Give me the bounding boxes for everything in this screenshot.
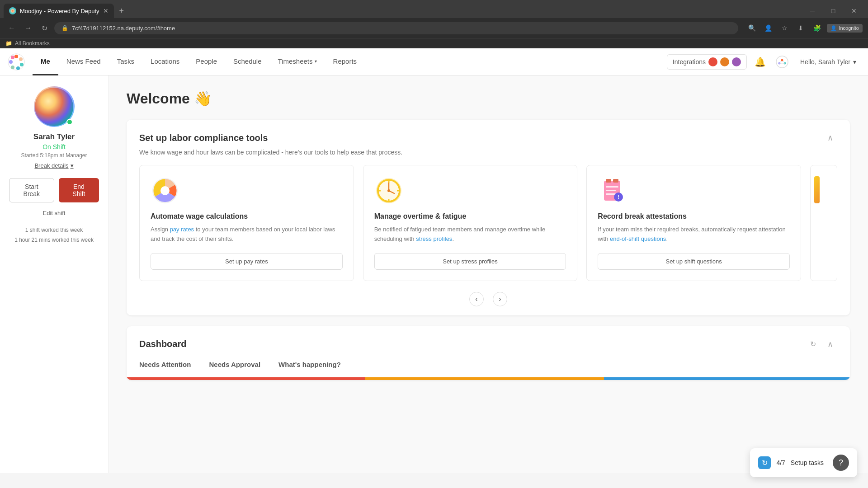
tool-desc-wage: Assign pay rates to your team members ba…: [151, 225, 343, 244]
col-needs-attention: Needs Attention: [139, 361, 191, 368]
setup-tasks-widget[interactable]: ↻ 4/7 Setup tasks ?: [750, 448, 857, 477]
incognito-badge: 👤 Incognito: [827, 24, 863, 33]
dashboard-header: Dashboard ↻ ∧: [127, 326, 850, 352]
avatar-container: [34, 86, 75, 127]
sidebar: Sarah Tyler On Shift Started 5:18pm at M…: [0, 75, 108, 473]
dashboard-collapse-button[interactable]: ∧: [823, 337, 837, 352]
user-name: Sarah Tyler: [33, 132, 75, 141]
svg-point-7: [11, 56, 14, 59]
tab-close-button[interactable]: ✕: [103, 7, 108, 14]
nav-item-timesheets[interactable]: Timesheets ▾: [270, 48, 325, 75]
tool-icon-break: !: [598, 176, 627, 205]
tool-card-wage: Automate wage calculations Assign pay ra…: [139, 165, 354, 281]
nav-item-me[interactable]: Me: [33, 48, 58, 75]
active-tab[interactable]: Moodjoy - Powered By Deputy ✕: [4, 4, 114, 18]
svg-rect-31: [606, 190, 616, 191]
new-tab-button[interactable]: +: [116, 5, 128, 18]
svg-rect-28: [606, 179, 611, 183]
minimize-button[interactable]: ─: [802, 4, 823, 18]
break-details-link[interactable]: Break details ▾: [34, 162, 73, 169]
tool-desc-overtime: Be notified of fatigued team members and…: [374, 225, 566, 244]
forward-button[interactable]: →: [22, 22, 34, 34]
url-text: 7cf47d19112152.na.deputy.com/#home: [72, 25, 175, 32]
carousel-next-button[interactable]: ›: [493, 292, 507, 306]
compliance-header: Set up labor compliance tools ∧: [127, 120, 850, 145]
search-icon-btn[interactable]: 🔍: [745, 22, 758, 34]
compliance-section: Set up labor compliance tools ∧ We know …: [127, 120, 850, 315]
pay-rates-link[interactable]: pay rates: [170, 226, 194, 233]
lock-icon: 🔒: [61, 25, 68, 31]
top-nav: Me News Feed Tasks Locations People Sche…: [0, 48, 868, 75]
wage-cta-button[interactable]: Set up pay rates: [151, 253, 343, 270]
compliance-collapse-button[interactable]: ∧: [823, 131, 837, 145]
app-logo[interactable]: [7, 53, 25, 71]
integration-dot-red: [708, 57, 717, 66]
dashboard-refresh-button[interactable]: ↻: [807, 338, 819, 351]
nav-item-tasks[interactable]: Tasks: [109, 48, 142, 75]
timesheets-dropdown-icon: ▾: [315, 59, 317, 64]
svg-point-1: [14, 55, 18, 58]
nav-item-schedule[interactable]: Schedule: [225, 48, 270, 75]
tab-favicon: [9, 7, 16, 14]
svg-line-13: [779, 61, 782, 62]
start-break-button[interactable]: Start Break: [9, 178, 54, 202]
tool-card-partial: [810, 165, 837, 281]
svg-rect-29: [613, 179, 618, 183]
user-profile: Sarah Tyler On Shift Started 5:18pm at M…: [9, 86, 99, 245]
edit-shift-link[interactable]: Edit shift: [43, 210, 66, 216]
reload-button[interactable]: ↻: [38, 22, 51, 34]
svg-point-6: [9, 60, 13, 64]
compliance-title: Set up labor compliance tools: [139, 133, 268, 143]
tab-bar: Moodjoy - Powered By Deputy ✕ + ─ □ ✕: [0, 0, 868, 18]
shift-questions-link[interactable]: end-of-shift questions: [610, 235, 666, 242]
user-menu-chevron-icon: ▾: [853, 58, 856, 66]
end-shift-button[interactable]: End Shift: [59, 178, 99, 202]
welcome-emoji: 👋: [194, 90, 212, 107]
setup-tasks-label: Setup tasks: [791, 459, 824, 466]
svg-text:!: !: [618, 194, 619, 200]
break-cta-button[interactable]: Set up shift questions: [598, 253, 790, 270]
nav-item-news-feed[interactable]: News Feed: [58, 48, 109, 75]
help-button[interactable]: ?: [833, 455, 849, 471]
svg-point-8: [776, 56, 788, 68]
dashboard-section: Dashboard ↻ ∧ Needs Attention Needs Appr…: [127, 326, 850, 380]
nav-right-actions: Integrations 🔔 Hello, Sarah Tyler: [667, 54, 861, 70]
integrations-button[interactable]: Integrations: [667, 54, 747, 70]
carousel-prev-button[interactable]: ‹: [469, 292, 484, 306]
download-button[interactable]: ⬇: [794, 22, 807, 34]
dashboard-title: Dashboard: [139, 339, 186, 349]
user-menu-button[interactable]: Hello, Sarah Tyler ▾: [796, 56, 861, 68]
tool-card-overtime: Manage overtime & fatigue Be notified of…: [363, 165, 578, 281]
extensions-button[interactable]: 🧩: [811, 22, 823, 34]
nav-item-reports[interactable]: Reports: [325, 48, 365, 75]
shift-info: Started 5:18pm at Manager: [21, 152, 87, 159]
tool-title-overtime: Manage overtime & fatigue: [374, 212, 467, 221]
shift-buttons: Start Break End Shift: [9, 178, 99, 202]
settings-button[interactable]: [774, 54, 790, 70]
welcome-title: Welcome 👋: [127, 90, 850, 107]
tool-icon-wage: [151, 176, 179, 205]
incognito-icon-btn: 👤: [762, 22, 774, 34]
back-button[interactable]: ←: [5, 22, 18, 34]
svg-rect-30: [606, 186, 618, 188]
star-button[interactable]: ☆: [778, 22, 791, 34]
tools-grid: Automate wage calculations Assign pay ra…: [127, 165, 850, 292]
svg-point-9: [781, 59, 783, 61]
integration-dot-orange: [720, 57, 729, 66]
svg-point-4: [16, 66, 20, 70]
user-status: On Shift: [42, 143, 66, 150]
svg-point-16: [160, 186, 170, 195]
main-content: Welcome 👋 Set up labor compliance tools …: [108, 75, 868, 473]
maximize-button[interactable]: □: [823, 4, 844, 18]
tool-desc-break: If your team miss their required breaks,…: [598, 225, 790, 244]
nav-item-locations[interactable]: Locations: [142, 48, 188, 75]
overtime-cta-button[interactable]: Set up stress profiles: [374, 253, 566, 270]
integrations-label: Integrations: [673, 58, 706, 66]
col-whats-happening: What's happening?: [278, 361, 341, 368]
user-greeting-text: Hello, Sarah Tyler: [800, 58, 850, 66]
nav-item-people[interactable]: People: [188, 48, 225, 75]
stress-profiles-link[interactable]: stress profiles: [416, 235, 452, 242]
notifications-button[interactable]: 🔔: [752, 54, 769, 70]
address-bar[interactable]: 🔒 7cf47d19112152.na.deputy.com/#home: [54, 22, 738, 34]
close-window-button[interactable]: ✕: [844, 4, 864, 18]
